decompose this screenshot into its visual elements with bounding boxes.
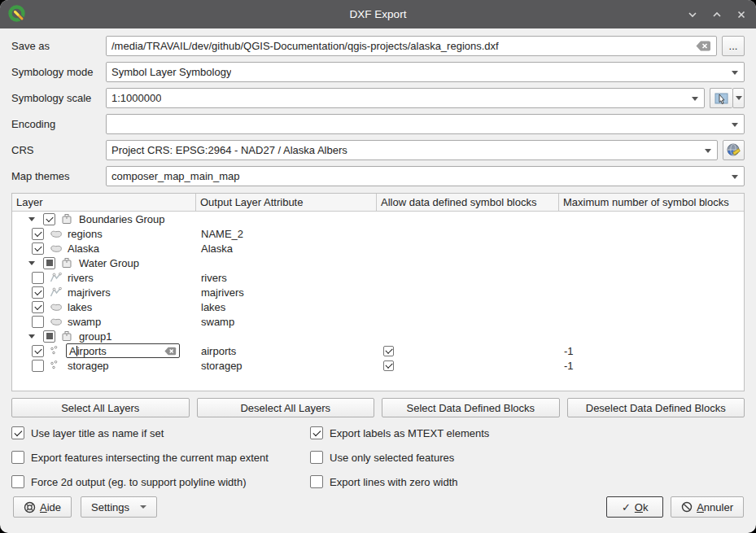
layer-name: lakes	[68, 301, 92, 313]
close-button[interactable]	[735, 8, 748, 21]
output-attribute-value[interactable]: swamp	[196, 314, 377, 329]
ok-button[interactable]: ✓ Ok	[606, 496, 663, 518]
group-icon	[61, 213, 74, 225]
select-all-layers-button[interactable]: Select All Layers	[11, 398, 190, 417]
option-zero-width[interactable]: Export lines with zero width	[310, 475, 745, 488]
clear-text-icon[interactable]	[696, 41, 711, 51]
max-symbol-blocks-value[interactable]	[559, 256, 744, 270]
deselect-data-defined-blocks-button[interactable]: Deselect Data Defined Blocks	[567, 398, 745, 417]
table-row[interactable]: swamp swamp	[12, 314, 744, 329]
output-attribute-value[interactable]: storagep	[196, 358, 377, 373]
symbology-mode-select[interactable]: Symbol Layer Symbology	[106, 62, 745, 82]
output-attribute-value[interactable]	[196, 212, 377, 226]
option-force-2d[interactable]: Force 2d output (eg. to support polyline…	[11, 475, 310, 488]
layer-selection-buttons: Select All Layers Deselect All Layers Se…	[11, 398, 745, 417]
max-symbol-blocks-value[interactable]	[559, 329, 744, 343]
column-header-layer[interactable]: Layer	[12, 194, 196, 211]
maximize-button[interactable]	[710, 8, 723, 21]
checkbox[interactable]	[11, 426, 24, 439]
symbology-scale-combobox[interactable]: 1:1000000	[106, 88, 705, 108]
select-data-defined-blocks-button[interactable]: Select Data Defined Blocks	[382, 398, 560, 417]
max-symbol-blocks-value[interactable]	[559, 270, 744, 285]
max-symbol-blocks-value[interactable]	[559, 299, 744, 314]
save-as-input[interactable]: /media/TRAVAIL/dev/github/QGIS-Documenta…	[106, 36, 717, 56]
browse-button[interactable]: ...	[722, 36, 745, 56]
tree-expander-icon[interactable]	[27, 214, 37, 224]
max-symbol-blocks-value[interactable]: -1	[559, 343, 744, 358]
settings-button[interactable]: Settings	[81, 496, 157, 518]
output-attribute-value[interactable]: lakes	[196, 299, 377, 314]
chevron-down-icon	[705, 149, 711, 153]
table-row[interactable]: group1	[12, 329, 744, 343]
layer-table[interactable]: Layer Output Layer Attribute Allow data …	[11, 193, 745, 391]
output-attribute-value[interactable]: airports	[196, 343, 377, 358]
layer-checkbox[interactable]	[43, 330, 55, 343]
layer-checkbox[interactable]	[32, 360, 44, 372]
output-attribute-value[interactable]	[196, 329, 377, 343]
option-intersecting-extent[interactable]: Export features intersecting the current…	[11, 451, 310, 464]
layer-checkbox[interactable]	[32, 301, 44, 313]
max-symbol-blocks-value[interactable]	[559, 226, 744, 241]
layer-checkbox[interactable]	[32, 242, 44, 255]
table-row[interactable]: majrivers majrivers	[12, 285, 744, 299]
encoding-select[interactable]	[106, 114, 745, 134]
table-row[interactable]: rivers rivers	[12, 270, 744, 285]
max-symbol-blocks-value[interactable]	[559, 285, 744, 299]
checkbox[interactable]	[11, 451, 24, 464]
checkbox[interactable]	[310, 451, 323, 464]
tree-expander-icon[interactable]	[27, 331, 37, 341]
checkbox[interactable]	[11, 475, 24, 488]
deselect-all-layers-button[interactable]: Deselect All Layers	[197, 398, 375, 417]
tree-expander-icon[interactable]	[27, 258, 37, 268]
map-extent-cursor-icon	[714, 92, 729, 105]
option-use-layer-title[interactable]: Use layer title as name if set	[11, 426, 310, 439]
table-row[interactable]: Airports airports -1	[12, 343, 744, 358]
table-row[interactable]: regions NAME_2	[12, 226, 744, 241]
save-as-label: Save as	[11, 40, 106, 52]
cancel-button[interactable]: Annuler	[671, 496, 744, 518]
select-crs-button[interactable]	[723, 140, 745, 160]
map-themes-select[interactable]: composer_map_main_map	[106, 166, 745, 186]
layer-checkbox[interactable]	[43, 257, 55, 269]
chevron-down-icon	[140, 505, 146, 509]
table-row[interactable]: lakes lakes	[12, 299, 744, 314]
column-header-max-blocks[interactable]: Maximum number of symbol blocks	[559, 194, 744, 211]
table-row[interactable]: Boundaries Group	[12, 212, 744, 226]
output-attribute-value[interactable]: rivers	[196, 270, 377, 285]
clear-text-icon[interactable]	[164, 347, 177, 356]
output-attribute-value[interactable]: Alaska	[196, 241, 377, 256]
table-row[interactable]: Water Group	[12, 256, 744, 270]
layer-checkbox[interactable]	[32, 345, 44, 357]
chevron-down-icon	[732, 71, 738, 75]
layer-name-edit-field[interactable]: Airports	[66, 343, 180, 358]
layer-checkbox[interactable]	[32, 286, 44, 299]
set-scale-from-extent-button[interactable]	[710, 88, 732, 108]
crs-select[interactable]: Project CRS: EPSG:2964 - NAD27 / Alaska …	[106, 140, 718, 160]
table-row[interactable]: Alaska Alaska	[12, 241, 744, 256]
layer-checkbox[interactable]	[32, 272, 44, 284]
checkbox[interactable]	[310, 475, 323, 488]
allow-data-defined-checkbox[interactable]	[383, 346, 394, 356]
scale-options-dropdown-button[interactable]	[732, 88, 745, 108]
check-icon: ✓	[622, 501, 631, 513]
minimize-button[interactable]	[686, 8, 699, 21]
output-attribute-value[interactable]	[196, 256, 377, 270]
layer-checkbox[interactable]	[32, 316, 44, 328]
option-export-mtext[interactable]: Export labels as MTEXT elements	[310, 426, 745, 439]
allow-data-defined-checkbox[interactable]	[383, 360, 394, 371]
layer-checkbox[interactable]	[43, 213, 55, 225]
output-attribute-value[interactable]: majrivers	[196, 285, 377, 299]
option-only-selected[interactable]: Use only selected features	[310, 451, 745, 464]
titlebar[interactable]: DXF Export	[0, 0, 756, 28]
layer-checkbox[interactable]	[32, 228, 44, 240]
max-symbol-blocks-value[interactable]	[559, 241, 744, 256]
max-symbol-blocks-value[interactable]: -1	[559, 358, 744, 373]
max-symbol-blocks-value[interactable]	[559, 212, 744, 226]
help-button[interactable]: Aide	[13, 496, 72, 518]
column-header-allow-blocks[interactable]: Allow data defined symbol blocks	[377, 194, 559, 211]
column-header-output-attribute[interactable]: Output Layer Attribute	[196, 194, 377, 211]
table-row[interactable]: storagep storagep -1	[12, 358, 744, 373]
output-attribute-value[interactable]: NAME_2	[196, 226, 377, 241]
max-symbol-blocks-value[interactable]	[559, 314, 744, 329]
checkbox[interactable]	[310, 426, 323, 439]
